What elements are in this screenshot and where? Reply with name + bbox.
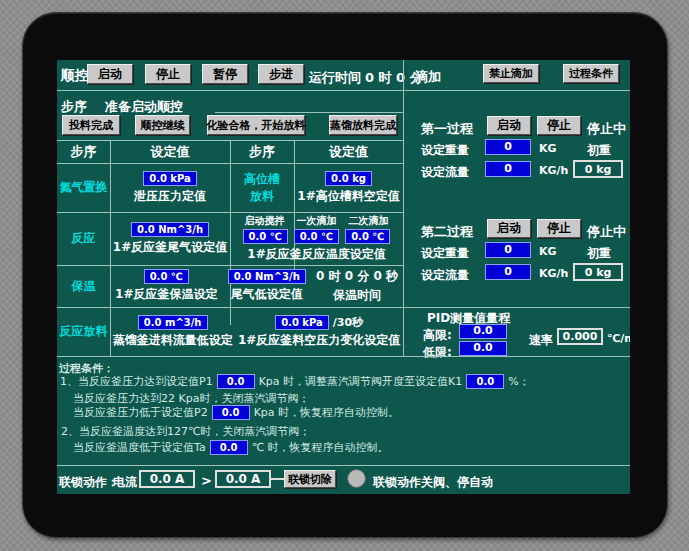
- process-conditions-button[interactable]: 过程条件: [563, 64, 619, 83]
- feed-done-button[interactable]: 投料完成: [62, 115, 120, 135]
- per-30s-suffix: /30秒: [333, 315, 363, 330]
- process2-title: 第二过程: [421, 223, 473, 241]
- tailgas-low-caption: 尾气低设定值: [231, 286, 303, 303]
- empty-pressure-setpoint[interactable]: 0.0 kPa: [275, 315, 329, 330]
- col-header-setvalue2: 设定值: [329, 143, 368, 161]
- seq-start-button[interactable]: 启动: [87, 64, 133, 84]
- test-ok-discharge-button[interactable]: 化验合格，开始放料: [207, 115, 305, 135]
- col-header-step2: 步序: [249, 143, 275, 161]
- condition1-suffix: %；: [508, 374, 529, 389]
- seq-continue-button[interactable]: 顺控继续: [135, 115, 190, 135]
- condition-line-4: 2、当反应釜温度达到127℃时，关闭蒸汽调节阀；: [61, 424, 310, 439]
- p1-pressure-setpoint[interactable]: 0.0: [217, 374, 255, 389]
- condition3-text: 当反应釜压力低于设定值P2: [73, 405, 208, 420]
- hmi-screen: 顺控 启动 停止 暂停 步进 运行时间 0 时 0 分 步序 准备启动顺控 投料…: [57, 60, 630, 494]
- holding-time-value: 0 时 0 分 0 秒: [316, 268, 398, 285]
- process1-status: 停止中: [587, 120, 626, 138]
- condition1-mid-text: Kpa 时，调整蒸汽调节阀开度至设定值K1: [259, 374, 463, 389]
- pid-high-setpoint[interactable]: 0.0: [459, 324, 507, 339]
- rate-unit: ℃/m: [607, 332, 630, 345]
- tailgas-setpoint[interactable]: 0.0 Nm^3/h: [131, 222, 209, 237]
- k1-valve-setpoint[interactable]: 0.0: [466, 374, 504, 389]
- runtime-label: 运行时间: [309, 69, 361, 87]
- condition-line-3: 当反应釜压力低于设定值P2 0.0 Kpa 时，恢复程序自动控制。: [73, 405, 399, 420]
- process2-status: 停止中: [587, 223, 626, 241]
- stir-start-label: 启动搅拌: [245, 214, 285, 228]
- interlock-lamp-caption: 联锁动作关阀、停自动: [373, 474, 493, 491]
- first-drip-label: 一次滴加: [297, 214, 337, 228]
- rate-setpoint[interactable]: 0.000: [557, 328, 603, 345]
- process2-flow-unit: KG/h: [539, 267, 568, 280]
- hightank-empty-setpoint[interactable]: 0.0 kg: [325, 171, 372, 186]
- still-feed-flow-setpoint[interactable]: 0.0 m^3/h: [138, 315, 208, 330]
- process2-weight-unit: KG: [539, 245, 557, 258]
- tailgas-low-setpoint[interactable]: 0.0 Nm^3/h: [228, 269, 306, 284]
- tailgas-caption: 1#反应釜尾气设定值: [113, 239, 227, 256]
- relief-pressure-setpoint[interactable]: 0.0 kPa: [143, 171, 197, 186]
- forbid-dripping-button[interactable]: 禁止滴加: [483, 64, 539, 83]
- process1-title: 第一过程: [421, 120, 473, 138]
- condition5-text: 当反应釜温度低于设定值Ta: [73, 440, 206, 455]
- divider: [57, 90, 630, 91]
- condition-line-1: 1、当反应釜压力达到设定值P1 0.0 Kpa 时，调整蒸汽调节阀开度至设定值K…: [60, 374, 530, 389]
- holding-time-caption: 保温时间: [333, 287, 381, 304]
- dripping-title: 滴加: [415, 68, 441, 86]
- still-feed-flow-caption: 蒸馏釜进料流量低设定: [113, 332, 233, 349]
- process1-initweight-display: 0 kg: [573, 160, 623, 178]
- stir-temp-setpoint[interactable]: 0.0 ℃: [243, 229, 288, 244]
- process1-weight-setpoint[interactable]: 0: [485, 139, 531, 155]
- process2-initweight-display: 0 kg: [573, 263, 623, 281]
- distill-done-button[interactable]: 蒸馏放料完成: [329, 115, 397, 135]
- seq-pause-button[interactable]: 暂停: [202, 64, 248, 84]
- row-label-nitrogen-purge: 氮气置换: [60, 179, 108, 196]
- ta-temp-setpoint[interactable]: 0.0: [210, 440, 248, 455]
- process1-flow-setpoint[interactable]: 0: [485, 161, 531, 177]
- row-label-reaction: 反应: [72, 230, 96, 247]
- pid-low-label: 低限:: [423, 344, 452, 361]
- process2-flow-setpoint[interactable]: 0: [485, 264, 531, 280]
- divider: [403, 60, 404, 356]
- process1-start-button[interactable]: 启动: [487, 116, 531, 135]
- step-status-value: 准备启动顺控: [105, 98, 183, 116]
- holding-temp-caption: 1#反应釜保温设定: [115, 286, 217, 303]
- process2-stop-button[interactable]: 停止: [537, 219, 581, 238]
- process1-initweight-label: 初重: [587, 142, 611, 159]
- condition1-text: 1、当反应釜压力达到设定值P1: [60, 374, 213, 389]
- row-label-hightank: 高位槽: [244, 171, 280, 188]
- process2-weight-setpoint[interactable]: 0: [485, 242, 531, 258]
- row-label-discharge: 反应放料: [60, 323, 108, 340]
- process1-weight-label: 设定重量: [421, 142, 469, 159]
- divider: [403, 307, 630, 308]
- hightank-empty-caption: 1#高位槽料空定值: [297, 188, 399, 205]
- interlock-cutout-button[interactable]: 联锁切除: [284, 470, 336, 488]
- p2-pressure-setpoint[interactable]: 0.0: [212, 405, 250, 420]
- condition-line-5: 当反应釜温度低于设定值Ta 0.0 ℃ 时，恢复程序自动控制。: [73, 440, 389, 455]
- current-label: 电流: [113, 474, 137, 491]
- seq-control-title: 顺控: [61, 67, 89, 85]
- seq-stop-button[interactable]: 停止: [145, 64, 191, 84]
- first-drip-temp-setpoint[interactable]: 0.0 ℃: [294, 229, 339, 244]
- process2-flow-label: 设定流量: [421, 267, 469, 284]
- seq-step-button[interactable]: 步进: [258, 64, 304, 84]
- divider: [215, 112, 403, 113]
- holding-temp-setpoint[interactable]: 0.0 ℃: [144, 269, 189, 284]
- process1-stop-button[interactable]: 停止: [537, 116, 581, 135]
- pid-high-label: 高限:: [423, 327, 452, 344]
- greater-than-sign: >: [201, 473, 212, 488]
- current-measured-display: 0.0 A: [139, 470, 195, 488]
- condition-line-2: 当反应釜压力达到22 Kpa时，关闭蒸汽调节阀；: [73, 391, 309, 406]
- row-label-hightank-2: 放料: [250, 188, 274, 205]
- col-header-step: 步序: [71, 143, 97, 161]
- reaction-temp-caption: 1#反应釜反应温度设定值: [247, 246, 385, 263]
- divider: [57, 465, 630, 466]
- process2-start-button[interactable]: 启动: [487, 219, 531, 238]
- relief-pressure-caption: 泄压压力定值: [134, 188, 206, 205]
- pid-low-setpoint[interactable]: 0.0: [459, 341, 507, 356]
- process2-weight-label: 设定重量: [421, 245, 469, 262]
- current-limit-setpoint[interactable]: 0.0 A: [215, 470, 271, 488]
- col-header-setvalue: 设定值: [151, 143, 190, 161]
- second-drip-temp-setpoint[interactable]: 0.0 ℃: [345, 229, 390, 244]
- empty-pressure-caption: 1#反应釜料空压力变化设定值: [238, 332, 400, 349]
- process1-weight-unit: KG: [539, 142, 557, 155]
- interlock-lamp-indicator: [347, 469, 366, 488]
